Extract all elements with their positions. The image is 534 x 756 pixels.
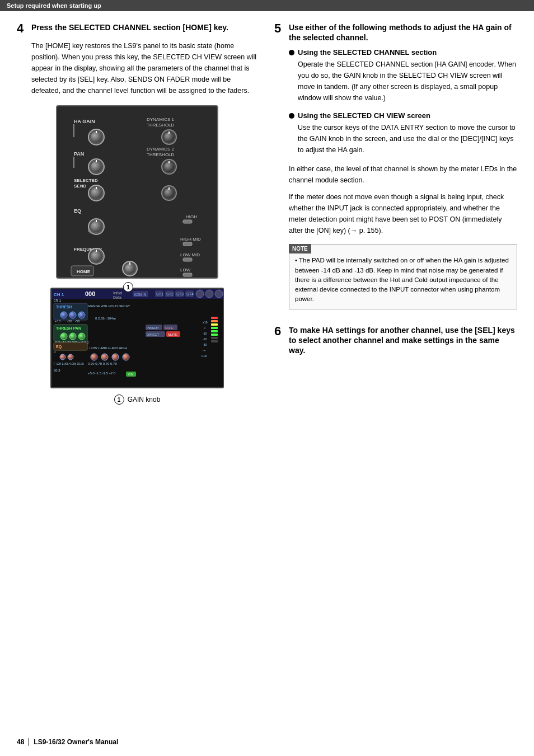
- svg-text:ch 1: ch 1: [54, 298, 61, 302]
- bullet1-title: Using the SELECTED CHANNEL section: [289, 48, 517, 57]
- svg-text:SEND: SEND: [74, 184, 86, 189]
- svg-text:0.00: 0.00: [202, 354, 207, 358]
- svg-text:THRESH: THRESH: [56, 305, 72, 309]
- svg-text:THRESH PAN: THRESH PAN: [56, 326, 81, 330]
- svg-text:HIGH: HIGH: [186, 214, 197, 219]
- svg-point-67: [205, 290, 213, 298]
- svg-point-71: [60, 312, 67, 318]
- step6-number: 6: [274, 325, 285, 337]
- bullet2-body: Use the cursor keys of the DATA ENTRY se…: [298, 122, 517, 156]
- svg-text:Data: Data: [113, 295, 121, 299]
- svg-text:EQ: EQ: [74, 208, 81, 214]
- bullet1-dot: [289, 50, 294, 55]
- svg-text:-30: -30: [203, 343, 207, 346]
- svg-rect-113: [211, 330, 218, 332]
- step5-para1: In either case, the level of that channe…: [289, 163, 517, 186]
- svg-text:INSERT: INSERT: [147, 326, 159, 330]
- svg-point-96: [91, 354, 97, 360]
- svg-point-99: [123, 354, 129, 360]
- svg-point-102: [60, 354, 65, 360]
- step4-number: 4: [17, 22, 28, 35]
- svg-rect-110: [211, 320, 218, 322]
- note-content: • The PAD will be internally switched on…: [295, 256, 511, 304]
- svg-text:-56: -56: [75, 320, 80, 323]
- svg-rect-49: [183, 273, 192, 276]
- svg-point-46: [125, 264, 135, 274]
- callout-circle-1: 1: [123, 282, 133, 292]
- step6-title: To make HA settings for another channel,…: [289, 325, 517, 356]
- svg-point-73: [78, 312, 85, 318]
- svg-point-34: [91, 221, 102, 232]
- bullet2-dot: [289, 113, 294, 119]
- svg-rect-116: [211, 340, 218, 342]
- svg-text:LOW: LOW: [180, 267, 191, 273]
- callout-text: GAIN knob: [128, 396, 161, 403]
- svg-rect-32: [183, 242, 192, 246]
- svg-text:RANGE ATK HOLD DECAY: RANGE ATK HOLD DECAY: [88, 304, 130, 308]
- bullet2-section: Using the SELECTED CH VIEW screen Use th…: [289, 111, 517, 156]
- svg-text:SAFE: SAFE: [165, 326, 174, 330]
- svg-point-97: [101, 354, 108, 360]
- svg-point-82: [69, 333, 76, 340]
- svg-text:DYNAMICS 2: DYNAMICS 2: [147, 147, 174, 152]
- svg-rect-114: [211, 334, 218, 336]
- step4-body: The [HOME] key restores the LS9's panel …: [31, 40, 257, 96]
- svg-text:-10: -10: [203, 332, 207, 335]
- svg-text:-∞: -∞: [203, 349, 206, 352]
- svg-rect-38: [183, 258, 192, 261]
- svg-point-103: [68, 354, 73, 360]
- step5-number: 5: [274, 22, 285, 35]
- page-header: Setup required when starting up: [0, 0, 534, 11]
- svg-point-72: [69, 312, 76, 318]
- svg-text:ST2: ST2: [166, 292, 174, 296]
- svg-text:ST3: ST3: [176, 292, 184, 296]
- panel-diagram: HA GAIN DYNAMICS 1 THRESHOLD PAN: [17, 105, 257, 405]
- callout-number: 1: [114, 395, 124, 405]
- svg-text:ST4: ST4: [186, 292, 194, 296]
- svg-text:THRESHOLD: THRESHOLD: [147, 123, 175, 128]
- svg-point-83: [78, 333, 85, 340]
- svg-text:-20: -20: [203, 337, 207, 341]
- step6: 6 To make HA settings for another channe…: [274, 325, 517, 356]
- svg-text:0  2.33n  304m: 0 2.33n 304m: [95, 317, 116, 320]
- screen-svg: CH 1 ch 1 000 Initial Data ADMIN ST1 ST2…: [50, 288, 224, 388]
- left-column: 4 Press the SELECTED CHANNEL section [HO…: [17, 22, 257, 414]
- step5-para2: If the meter does not move even though a…: [289, 191, 517, 236]
- footer-product: LS9-16/32 Owner's Manual: [34, 738, 118, 746]
- bullet1-body: Operate the SELECTED CHANNEL section [HA…: [298, 59, 517, 104]
- svg-text:0: 0: [54, 350, 56, 354]
- svg-text:000: 000: [85, 290, 95, 297]
- svg-text:THRESHOLD: THRESHOLD: [147, 152, 175, 157]
- svg-text:CH 1: CH 1: [54, 292, 64, 297]
- svg-text:+10: +10: [203, 321, 208, 324]
- svg-text:LOW MID: LOW MID: [180, 252, 200, 257]
- footer-page: 48: [17, 738, 24, 746]
- right-column: 5 Use either of the following methods to…: [274, 22, 517, 414]
- svg-text:ST1: ST1: [156, 292, 163, 296]
- svg-text:0.70  0.70  0.70  0.70: 0.70 0.70 0.70 0.70: [88, 362, 117, 365]
- screen-area: 1 CH 1 ch 1 000 Initial Data ADMIN ST1: [50, 288, 224, 390]
- svg-text:80.3: 80.3: [54, 369, 60, 372]
- svg-text:0: 0: [204, 326, 205, 330]
- step4-title: Press the SELECTED CHANNEL section [HOME…: [31, 22, 228, 32]
- note-box: NOTE • The PAD will be internally switch…: [289, 244, 517, 309]
- callout-label: 1 GAIN knob: [114, 395, 161, 405]
- page-footer: 48 LS9-16/32 Owner's Manual: [17, 738, 118, 746]
- svg-point-98: [112, 354, 119, 360]
- svg-text:DYNAMICS 1: DYNAMICS 1: [147, 117, 174, 122]
- svg-text:EQ: EQ: [56, 345, 62, 349]
- svg-text:+10: +10: [55, 320, 61, 323]
- svg-text:HOME: HOME: [77, 269, 91, 274]
- svg-text:Initial: Initial: [113, 291, 123, 295]
- svg-point-12: [91, 161, 102, 172]
- svg-rect-112: [211, 327, 218, 329]
- svg-point-66: [196, 290, 204, 298]
- note-tab: NOTE: [289, 244, 311, 253]
- svg-rect-111: [211, 323, 218, 326]
- step5-header: 5 Use either of the following methods to…: [274, 22, 517, 43]
- ha-gain-label: HA GAIN: [74, 119, 95, 124]
- svg-text:DIRECT: DIRECT: [147, 333, 160, 336]
- svg-text:ADMIN: ADMIN: [134, 293, 147, 297]
- svg-text:LOW  L-MID  H-MID  HIGH: LOW L-MID H-MID HIGH: [90, 346, 127, 350]
- svg-text:SELECTED: SELECTED: [74, 178, 98, 183]
